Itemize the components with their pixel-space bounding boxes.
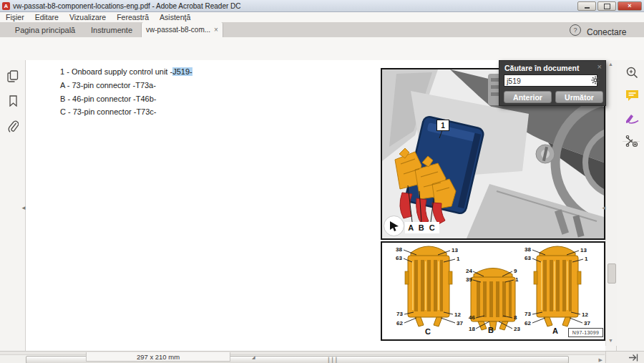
magnifier-plus-icon bbox=[625, 66, 638, 79]
search-options-button[interactable] bbox=[591, 76, 600, 84]
search-close-icon[interactable]: × bbox=[597, 62, 602, 71]
tab-document[interactable]: vw-passat-b8-com... × bbox=[141, 22, 223, 37]
pin-label: 1 bbox=[515, 277, 527, 283]
connector-label-a: A bbox=[552, 327, 558, 335]
figure-reference-number: N97-13099 bbox=[568, 328, 603, 337]
close-icon: × bbox=[628, 3, 631, 9]
window-title: vw-passat-b8-component-locations-eng.pdf… bbox=[13, 2, 241, 10]
connector-labels-abc: A B C bbox=[405, 222, 439, 233]
attachments-button[interactable] bbox=[6, 119, 20, 133]
menu-view[interactable]: Vizualizare bbox=[69, 13, 106, 21]
connector-label-c: C bbox=[425, 328, 431, 336]
help-icon: ? bbox=[573, 26, 577, 34]
component-line-1: 1 - Onboard supply control unit -J519- bbox=[60, 67, 192, 76]
restore-button[interactable] bbox=[597, 1, 616, 11]
pin-label: 73 bbox=[391, 311, 403, 317]
pin-label: 62 bbox=[519, 321, 531, 326]
component-line-2: A - 73-pin connector -T73a- bbox=[60, 81, 156, 89]
pin-label: 38 bbox=[519, 247, 531, 253]
search-input[interactable] bbox=[504, 74, 597, 87]
tab-tools[interactable]: Instrumente bbox=[86, 22, 137, 37]
pin-label: 12 bbox=[582, 312, 593, 318]
menu-edit[interactable]: Editare bbox=[35, 13, 59, 21]
toolbar: / 376 100% ▼ ▼ bbox=[0, 37, 644, 61]
pin-label: 37 bbox=[584, 321, 595, 326]
bookmark-icon bbox=[9, 95, 18, 107]
component-line-4: C - 73-pin connector -T73c- bbox=[60, 107, 157, 116]
scroll-grip-icon: ┃┃┃ bbox=[327, 357, 338, 363]
size-tab-grip-icon: ◢ bbox=[252, 354, 255, 359]
page-thumbnails-button[interactable] bbox=[6, 69, 20, 83]
menu-bar: Fişier Editare Vizualizare Fereastră Asi… bbox=[0, 12, 644, 22]
status-bar: ┃┃┃ ▶ 297 x 210 mm ◢ bbox=[0, 351, 644, 363]
statusbar-corner bbox=[605, 352, 644, 363]
search-next-button[interactable]: Următor bbox=[555, 91, 603, 103]
callout-1: 1 bbox=[436, 120, 449, 131]
pin-label: 13 bbox=[452, 248, 463, 253]
right-panel-rail bbox=[616, 60, 644, 351]
pin-label: 24 bbox=[461, 268, 472, 274]
more-tools-button[interactable] bbox=[624, 133, 640, 149]
search-previous-button[interactable]: Anterior bbox=[504, 91, 552, 103]
cursor-badge bbox=[384, 216, 404, 236]
pin-label: 38 bbox=[391, 247, 402, 253]
scroll-up-icon[interactable]: ▲ bbox=[608, 62, 613, 67]
tab-home[interactable]: Pagina principală bbox=[6, 22, 84, 37]
pin-label: 13 bbox=[580, 248, 592, 253]
menu-file[interactable]: Fişier bbox=[6, 13, 24, 21]
pin-label: 18 bbox=[464, 326, 475, 332]
menu-window[interactable]: Fereastră bbox=[117, 13, 149, 21]
paperclip-icon bbox=[8, 120, 19, 132]
scroll-down-icon[interactable]: ▼ bbox=[608, 338, 613, 343]
tab-close-icon[interactable]: × bbox=[214, 26, 218, 34]
pin-label: 62 bbox=[391, 321, 403, 326]
page-size-label: 297 x 210 mm bbox=[137, 353, 180, 361]
pin-label: 39 bbox=[461, 277, 472, 283]
tab-document-label: vw-passat-b8-com... bbox=[146, 26, 210, 34]
cursor-arrow-icon bbox=[389, 221, 399, 231]
bookmarks-button[interactable] bbox=[6, 94, 20, 108]
minimize-button[interactable] bbox=[577, 1, 596, 11]
signature-pen-icon bbox=[625, 112, 639, 124]
comment-bubble-icon bbox=[625, 89, 639, 102]
minimize-icon bbox=[585, 7, 590, 9]
comment-panel-button[interactable] bbox=[624, 87, 640, 103]
help-button[interactable]: ? bbox=[570, 24, 581, 36]
collapse-left-panel-icon[interactable]: ◄ bbox=[21, 205, 26, 211]
connector-diagram bbox=[382, 243, 604, 339]
sign-in-label: Conectare bbox=[587, 27, 626, 37]
page-size-indicator: 297 x 210 mm bbox=[86, 352, 230, 362]
title-bar: A vw-passat-b8-component-locations-eng.p… bbox=[0, 0, 644, 12]
search-tools-button[interactable] bbox=[624, 64, 640, 80]
pin-label: 73 bbox=[519, 311, 531, 317]
menu-help[interactable]: Asistenţă bbox=[160, 13, 190, 21]
pinout-figure: 38 63 13 1 73 62 12 37 C 24 39 9 1 46 18… bbox=[381, 241, 605, 341]
search-popup-title: Căutare în document bbox=[504, 64, 579, 72]
component-line-3: B - 46-pin connector -T46b- bbox=[60, 95, 157, 103]
restore-icon bbox=[604, 4, 610, 9]
pin-label: 1 bbox=[585, 256, 596, 262]
pin-label: 37 bbox=[457, 321, 468, 326]
close-button[interactable]: × bbox=[618, 1, 642, 11]
expand-panel-icon[interactable] bbox=[628, 354, 638, 362]
pin-label: 9 bbox=[514, 268, 525, 274]
tab-tools-label: Instrumente bbox=[91, 26, 132, 34]
fill-sign-panel-button[interactable] bbox=[624, 110, 640, 126]
page-thumbnails-icon bbox=[7, 70, 19, 82]
collapse-right-panel-icon[interactable]: ◄ bbox=[601, 205, 607, 211]
pin-label: 23 bbox=[514, 326, 525, 332]
acrobat-app-icon: A bbox=[2, 2, 10, 10]
pin-label: 63 bbox=[519, 256, 531, 261]
scroll-right-icon[interactable]: ▶ bbox=[599, 357, 602, 363]
connector-label-b: B bbox=[488, 326, 494, 334]
gear-icon bbox=[591, 76, 600, 84]
acrobat-window: A vw-passat-b8-component-locations-eng.p… bbox=[0, 0, 644, 363]
vertical-scroll-thumb[interactable] bbox=[608, 263, 616, 284]
pin-label: 46 bbox=[464, 315, 475, 321]
search-highlight: J519- bbox=[172, 67, 192, 76]
more-tools-icon bbox=[625, 135, 638, 147]
vertical-scrollbar[interactable]: ▲ ▼ bbox=[605, 60, 617, 346]
tab-bar: Pagina principală Instrumente vw-passat-… bbox=[0, 22, 644, 38]
pin-label: 63 bbox=[391, 256, 402, 261]
search-popup: Căutare în document × Anterior Următor bbox=[499, 60, 606, 106]
